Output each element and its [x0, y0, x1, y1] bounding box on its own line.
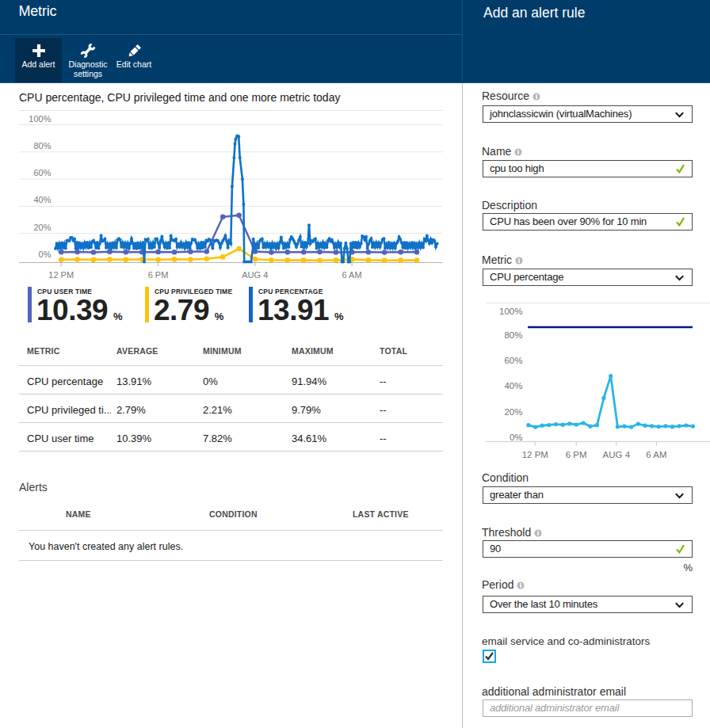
- svg-text:6 PM: 6 PM: [566, 450, 587, 459]
- svg-text:100%: 100%: [499, 307, 522, 316]
- svg-text:80%: 80%: [504, 330, 522, 340]
- svg-text:20%: 20%: [504, 407, 522, 417]
- svg-text:40%: 40%: [504, 381, 522, 391]
- svg-text:60%: 60%: [504, 356, 522, 365]
- svg-text:0%: 0%: [510, 433, 523, 442]
- svg-text:12 PM: 12 PM: [522, 450, 548, 459]
- svg-text:6 AM: 6 AM: [646, 450, 666, 459]
- svg-text:AUG 4: AUG 4: [603, 450, 631, 459]
